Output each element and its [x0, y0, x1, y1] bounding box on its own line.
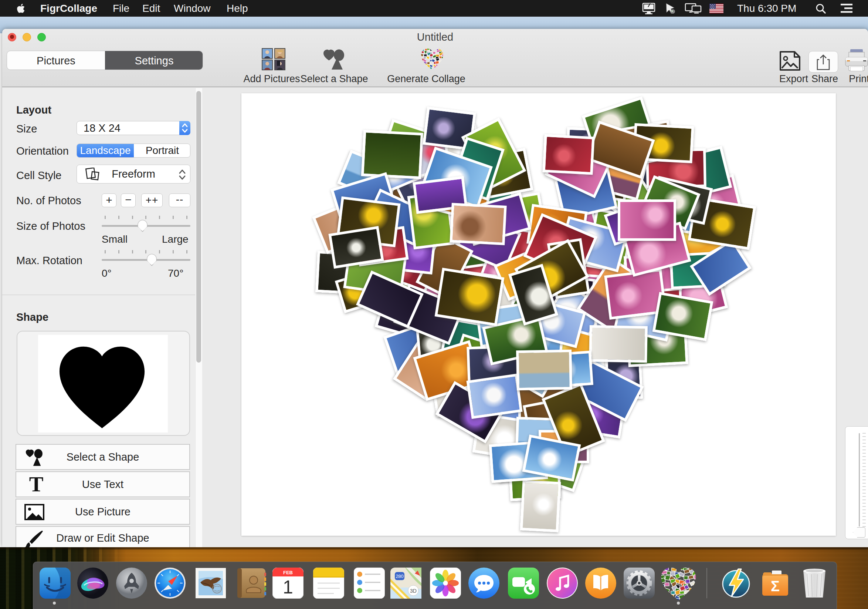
svg-text:280: 280	[395, 573, 404, 579]
svg-text:1: 1	[283, 577, 293, 598]
svg-text:FEB: FEB	[283, 570, 293, 575]
svg-text:Σ: Σ	[771, 578, 780, 594]
svg-text:3D: 3D	[410, 588, 417, 594]
